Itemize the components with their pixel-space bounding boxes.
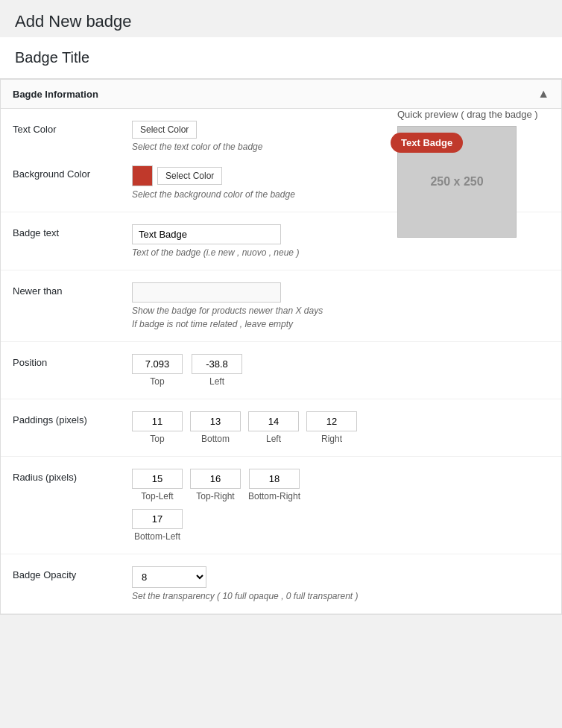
badge-text-label: Badge text bbox=[13, 224, 132, 238]
newer-than-hint2: If badge is not time related , leave emp… bbox=[132, 319, 549, 329]
badge-text-row: Badge text Text of the badge (i.e new , … bbox=[1, 212, 561, 270]
padding-group: Top Bottom Left Right bbox=[132, 411, 549, 444]
radius-top-left-input[interactable] bbox=[132, 469, 183, 489]
background-color-label: Background Color bbox=[13, 165, 132, 180]
padding-bottom-input[interactable] bbox=[190, 411, 241, 431]
newer-than-hint1: Show the badge for products newer than X… bbox=[132, 306, 549, 316]
padding-bottom-group: Bottom bbox=[190, 411, 241, 444]
radius-top-right-label: Top-Right bbox=[196, 491, 234, 501]
paddings-row: Paddings (pixels) Top Bottom Left bbox=[1, 399, 561, 457]
section-title: Bagde Information bbox=[13, 89, 98, 100]
text-color-label: Text Color bbox=[13, 121, 132, 135]
radius-bottom-right-input[interactable] bbox=[249, 469, 300, 489]
padding-left-label: Left bbox=[266, 434, 281, 444]
position-field: Top Left bbox=[132, 354, 549, 387]
newer-than-field: Show the badge for products newer than X… bbox=[132, 282, 549, 329]
radius-label: Radius (pixels) bbox=[13, 469, 132, 483]
padding-top-label: Top bbox=[150, 434, 164, 444]
radius-field: Top-Left Top-Right Bottom-Right Bottom-L… bbox=[132, 469, 549, 542]
newer-than-label: Newer than bbox=[13, 282, 132, 297]
radius-group-bottom: Bottom-Left bbox=[132, 509, 549, 542]
background-color-swatch[interactable] bbox=[132, 165, 153, 186]
position-top-input[interactable] bbox=[132, 354, 183, 374]
radius-top-right-input[interactable] bbox=[190, 469, 241, 489]
position-group: Top Left bbox=[132, 354, 549, 387]
padding-right-input[interactable] bbox=[306, 411, 357, 431]
badge-opacity-field: 8 0 1 2 3 4 5 6 7 9 10 Set the transpare… bbox=[132, 566, 549, 601]
text-color-bg-row: Text Color Select Color Select the text … bbox=[1, 109, 561, 212]
newer-than-input[interactable] bbox=[132, 282, 281, 303]
position-top-label: Top bbox=[150, 376, 164, 387]
padding-top-input[interactable] bbox=[132, 411, 183, 431]
badge-opacity-label: Badge Opacity bbox=[13, 566, 132, 580]
preview-label: Quick preview ( drag the badge ) bbox=[397, 109, 546, 120]
radius-bottom-left-group: Bottom-Left bbox=[132, 509, 183, 542]
section-header: Bagde Information ▲ bbox=[1, 80, 561, 109]
position-row: Position Top Left bbox=[1, 342, 561, 399]
paddings-field: Top Bottom Left Right bbox=[132, 411, 549, 444]
page-title: Add New badge bbox=[15, 12, 547, 31]
radius-bottom-left-input[interactable] bbox=[132, 509, 183, 529]
padding-right-group: Right bbox=[306, 411, 357, 444]
badge-text-hint: Text of the badge (i.e new , nuovo , neu… bbox=[132, 247, 549, 258]
badge-text-field: Text of the badge (i.e new , nuovo , neu… bbox=[132, 224, 549, 258]
badge-title-section: Badge Title bbox=[0, 37, 562, 79]
badge-opacity-hint: Set the transparency ( 10 full opaque , … bbox=[132, 591, 549, 601]
radius-bottom-right-label: Bottom-Right bbox=[248, 491, 300, 501]
section-toggle-icon[interactable]: ▲ bbox=[537, 87, 549, 101]
padding-top-group: Top bbox=[132, 411, 183, 444]
badge-opacity-select[interactable]: 8 0 1 2 3 4 5 6 7 9 10 bbox=[132, 566, 206, 588]
padding-right-label: Right bbox=[321, 434, 342, 444]
badge-title-label: Badge Title bbox=[15, 49, 547, 66]
section-panel: Bagde Information ▲ Text Color Select Co… bbox=[0, 79, 562, 615]
padding-left-group: Left bbox=[248, 411, 299, 444]
radius-row: Radius (pixels) Top-Left Top-Right Botto… bbox=[1, 457, 561, 554]
padding-bottom-label: Bottom bbox=[201, 434, 230, 444]
position-left-label: Left bbox=[209, 376, 224, 387]
position-top-group: Top bbox=[132, 354, 183, 387]
padding-left-input[interactable] bbox=[248, 411, 299, 431]
position-left-group: Left bbox=[192, 354, 242, 387]
badge-text-input[interactable] bbox=[132, 224, 281, 244]
form-body: Text Color Select Color Select the text … bbox=[1, 109, 561, 614]
badge-opacity-row: Badge Opacity 8 0 1 2 3 4 5 6 7 9 10 Set… bbox=[1, 554, 561, 614]
radius-bottom-left-label: Bottom-Left bbox=[134, 531, 180, 542]
radius-group-top: Top-Left Top-Right Bottom-Right bbox=[132, 469, 549, 501]
background-color-button[interactable]: Select Color bbox=[157, 167, 222, 185]
position-label: Position bbox=[13, 354, 132, 368]
preview-badge[interactable]: Text Badge bbox=[391, 133, 463, 153]
position-left-input[interactable] bbox=[192, 354, 242, 374]
radius-bottom-right-group: Bottom-Right bbox=[248, 469, 300, 501]
radius-top-right-group: Top-Right bbox=[190, 469, 241, 501]
radius-top-left-group: Top-Left bbox=[132, 469, 183, 501]
text-color-button[interactable]: Select Color bbox=[132, 121, 197, 139]
preview-placeholder: 250 x 250 bbox=[430, 174, 483, 190]
radius-top-left-label: Top-Left bbox=[141, 491, 173, 501]
paddings-label: Paddings (pixels) bbox=[13, 411, 132, 425]
page-header: Add New badge bbox=[0, 0, 562, 37]
newer-than-row: Newer than Show the badge for products n… bbox=[1, 270, 561, 342]
